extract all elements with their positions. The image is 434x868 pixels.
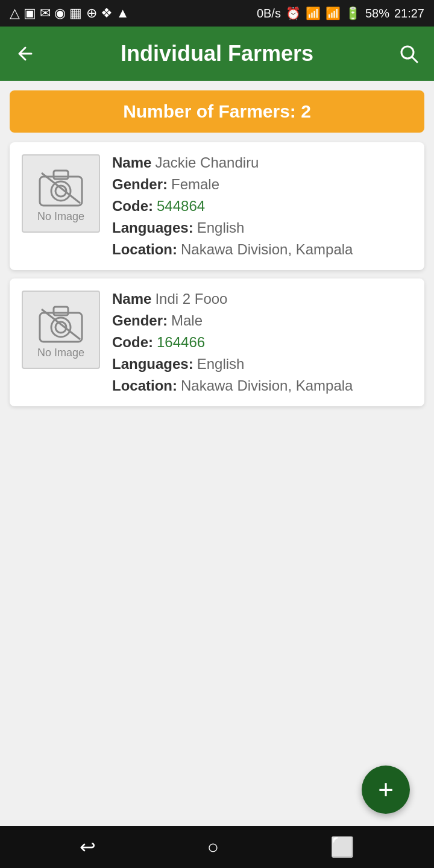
farmer-location-row: Location: Nakawa Division, Kampala — [112, 241, 412, 258]
wifi-icon: 📶 — [306, 6, 321, 20]
farmer-languages-2: English — [197, 356, 245, 373]
farmer-name-row: Name Jackie Chandiru — [112, 154, 412, 171]
no-image-label: No Image — [37, 347, 84, 359]
name-label: Name — [112, 291, 151, 307]
time: 21:27 — [394, 7, 424, 20]
languages-label: Languages: — [112, 219, 193, 236]
code-label: Code: — [112, 198, 153, 215]
back-nav-button[interactable]: ↩ — [80, 835, 96, 858]
farmer-name-2: Indi 2 Fooo — [155, 291, 227, 307]
name-label: Name — [112, 154, 151, 171]
status-bar: △ ▣ ✉ ◉ ▦ ⊕ ❖ ▲ 0B/s ⏰ 📶 📶 🔋 58% 21:27 — [0, 0, 434, 27]
farmer-cards-list: No Image Name Jackie Chandiru Gender: Fe… — [0, 133, 434, 416]
home-nav-button[interactable]: ○ — [207, 836, 219, 858]
svg-rect-8 — [54, 307, 68, 315]
farmer-gender-row: Gender: Female — [112, 176, 412, 193]
add-icon: + — [378, 776, 394, 803]
farmer-code-row: Code: 164466 — [112, 334, 412, 351]
location-label: Location: — [112, 377, 177, 394]
farmer-code-row: Code: 544864 — [112, 198, 412, 215]
svg-point-4 — [51, 181, 71, 201]
code-label: Code: — [112, 334, 153, 351]
gender-label: Gender: — [112, 312, 168, 329]
svg-line-1 — [412, 57, 417, 62]
farmer-languages-1: English — [197, 219, 245, 236]
svg-point-9 — [51, 318, 71, 337]
farmer-code-1: 544864 — [157, 198, 205, 215]
farmer-info-1: Name Jackie Chandiru Gender: Female Code… — [112, 154, 412, 258]
gender-label: Gender: — [112, 176, 168, 193]
alarm-icon: ⏰ — [286, 6, 301, 20]
farmer-location-2: Nakawa Division, Kampala — [181, 377, 353, 394]
no-image-label: No Image — [37, 210, 84, 223]
location-label: Location: — [112, 241, 177, 258]
page-title: Individual Farmers — [121, 41, 313, 66]
farmer-gender-2: Male — [171, 312, 203, 329]
svg-rect-3 — [54, 171, 68, 179]
no-image-camera-icon — [37, 301, 85, 343]
no-image-camera-icon — [37, 165, 85, 207]
battery-icon: 🔋 — [345, 6, 360, 20]
status-right-info: 0B/s ⏰ 📶 📶 🔋 58% 21:27 — [257, 6, 424, 20]
farmer-location-row: Location: Nakawa Division, Kampala — [112, 377, 412, 394]
languages-label: Languages: — [112, 356, 193, 373]
farmer-card[interactable]: No Image Name Jackie Chandiru Gender: Fe… — [10, 142, 424, 270]
recent-nav-button[interactable]: ⬜ — [330, 835, 354, 858]
network-speed: 0B/s — [257, 7, 281, 20]
farmer-gender-1: Female — [171, 176, 219, 193]
farmer-card[interactable]: No Image Name Indi 2 Fooo Gender: Male C… — [10, 278, 424, 406]
farmer-languages-row: Languages: English — [112, 356, 412, 373]
status-left-icons: △ ▣ ✉ ◉ ▦ ⊕ ❖ ▲ — [10, 5, 130, 21]
farmer-code-2: 164466 — [157, 334, 205, 351]
farmer-image-placeholder: No Image — [22, 291, 100, 369]
content-area: Number of Farmers: 2 No Image — [0, 81, 434, 826]
bottom-navigation: ↩ ○ ⬜ — [0, 826, 434, 868]
farmer-gender-row: Gender: Male — [112, 312, 412, 329]
battery-percent: 58% — [365, 7, 389, 20]
search-button[interactable] — [395, 40, 422, 67]
farmer-languages-row: Languages: English — [112, 219, 412, 236]
farmer-image-placeholder: No Image — [22, 154, 100, 233]
farmer-location-1: Nakawa Division, Kampala — [181, 241, 353, 258]
add-farmer-button[interactable]: + — [362, 766, 410, 814]
signal-icon: 📶 — [326, 6, 341, 20]
farmer-info-2: Name Indi 2 Fooo Gender: Male Code: 1644… — [112, 291, 412, 394]
farmer-name-row: Name Indi 2 Fooo — [112, 291, 412, 307]
status-icons: △ ▣ ✉ ◉ ▦ ⊕ ❖ ▲ — [10, 5, 130, 21]
farmers-count-banner: Number of Farmers: 2 — [10, 90, 424, 133]
back-button[interactable] — [12, 40, 39, 67]
farmers-count-text: Number of Farmers: 2 — [123, 101, 311, 121]
farmer-name-1: Jackie Chandiru — [155, 154, 259, 171]
app-bar: Individual Farmers — [0, 27, 434, 81]
